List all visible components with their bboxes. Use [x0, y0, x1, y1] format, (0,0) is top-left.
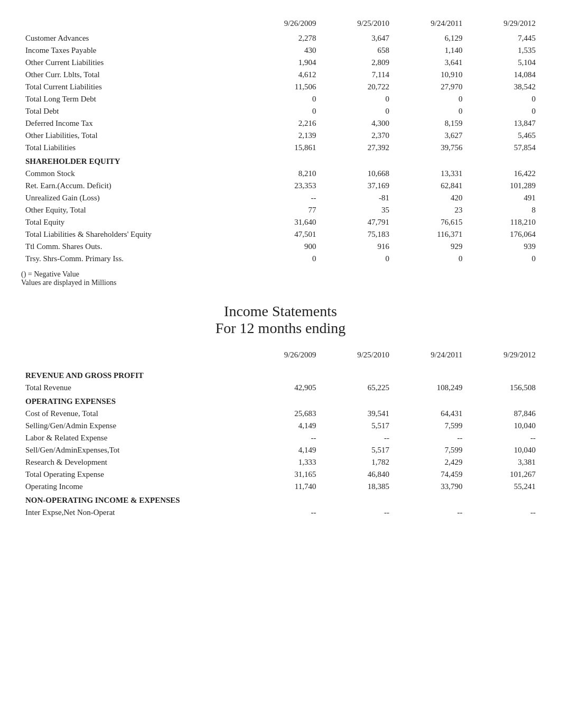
- row-label: Ttl Comm. Shares Outs.: [21, 241, 247, 253]
- row-value: 2,370: [321, 130, 394, 142]
- income-row-value: --: [321, 432, 394, 444]
- income-row-value: 33,790: [394, 481, 466, 493]
- row-value: 101,289: [467, 180, 540, 192]
- income-row-value: 39,541: [321, 408, 394, 420]
- row-value: 13,331: [394, 168, 466, 180]
- row-value: 37,169: [321, 180, 394, 192]
- row-value: 0: [394, 93, 466, 105]
- row-value: 10,910: [394, 69, 466, 81]
- income-row-value: 2,429: [394, 456, 466, 468]
- row-label: Total Current Liabilities: [21, 81, 247, 93]
- row-value: 14,084: [467, 69, 540, 81]
- row-value: 13,847: [467, 117, 540, 130]
- income-row-value: 10,040: [467, 420, 540, 432]
- row-value: 420: [394, 192, 466, 204]
- income-row-value: 5,517: [321, 420, 394, 432]
- row-value: 4,612: [247, 69, 320, 81]
- income-row-value: 108,249: [394, 382, 466, 394]
- income-row-value: 64,431: [394, 408, 466, 420]
- income-row-value: [247, 493, 320, 506]
- row-value: 118,210: [467, 216, 540, 228]
- income-row-value: 74,459: [394, 468, 466, 481]
- row-value: 0: [467, 105, 540, 117]
- income-row-value: --: [247, 432, 320, 444]
- income-row-value: 1,782: [321, 456, 394, 468]
- income-row-value: [394, 493, 466, 506]
- income-row-value: 11,740: [247, 481, 320, 493]
- row-value: [467, 154, 540, 168]
- row-value: 27,970: [394, 81, 466, 93]
- row-value: 23: [394, 204, 466, 216]
- row-value: 76,615: [394, 216, 466, 228]
- row-value: 15,861: [247, 142, 320, 154]
- income-title-line2: For 12 months ending: [21, 320, 540, 337]
- income-row-value: --: [394, 432, 466, 444]
- income-row-label: Cost of Revenue, Total: [21, 408, 247, 420]
- row-value: 3,647: [321, 32, 394, 44]
- row-value: 10,668: [321, 168, 394, 180]
- income-row-value: [394, 394, 466, 408]
- row-label: Customer Advances: [21, 32, 247, 44]
- row-value: 1,535: [467, 44, 540, 57]
- income-row-value: [321, 368, 394, 382]
- row-value: 27,392: [321, 142, 394, 154]
- row-value: 176,064: [467, 228, 540, 241]
- row-value: 8: [467, 204, 540, 216]
- row-value: 5,465: [467, 130, 540, 142]
- row-label: Other Curr. Lblts, Total: [21, 69, 247, 81]
- row-label: Ret. Earn.(Accum. Deficit): [21, 180, 247, 192]
- row-value: 658: [321, 44, 394, 57]
- row-value: 0: [321, 105, 394, 117]
- row-label: Deferred Income Tax: [21, 117, 247, 130]
- income-row-value: [247, 394, 320, 408]
- income-row-value: 4,149: [247, 420, 320, 432]
- income-row-value: 42,905: [247, 382, 320, 394]
- row-value: [394, 154, 466, 168]
- row-value: 7,114: [321, 69, 394, 81]
- income-row-value: [394, 368, 466, 382]
- income-statements-title: Income Statements For 12 months ending: [21, 303, 540, 337]
- row-value: 0: [247, 93, 320, 105]
- income-row-value: --: [467, 506, 540, 519]
- income-row-value: 46,840: [321, 468, 394, 481]
- note-2: Values are displayed in Millions: [21, 279, 540, 287]
- income-row-value: 156,508: [467, 382, 540, 394]
- income-row-label: Total Revenue: [21, 382, 247, 394]
- income-statements-table: 9/26/20099/25/20109/24/20119/29/2012REVE…: [21, 347, 540, 519]
- income-row-value: [467, 394, 540, 408]
- row-label: Total Long Term Debt: [21, 93, 247, 105]
- row-label: Total Debt: [21, 105, 247, 117]
- income-row-label: NON-OPERATING INCOME & EXPENSES: [21, 493, 247, 506]
- income-row-value: 1,333: [247, 456, 320, 468]
- row-label: Other Liabilities, Total: [21, 130, 247, 142]
- row-value: 3,627: [394, 130, 466, 142]
- row-label: Total Liabilities: [21, 142, 247, 154]
- row-value: 47,501: [247, 228, 320, 241]
- income-row-value: [321, 394, 394, 408]
- row-label: Total Equity: [21, 216, 247, 228]
- note-1: () = Negative Value: [21, 270, 540, 279]
- income-row-value: --: [467, 432, 540, 444]
- row-value: 38,542: [467, 81, 540, 93]
- income-row-value: --: [247, 506, 320, 519]
- income-row-value: 10,040: [467, 444, 540, 456]
- income-row-value: 7,599: [394, 420, 466, 432]
- income-row-label: Labor & Related Expense: [21, 432, 247, 444]
- row-value: 7,445: [467, 32, 540, 44]
- row-label: Unrealized Gain (Loss): [21, 192, 247, 204]
- row-value: 39,756: [394, 142, 466, 154]
- row-label: Common Stock: [21, 168, 247, 180]
- row-value: 116,371: [394, 228, 466, 241]
- income-row-value: 4,149: [247, 444, 320, 456]
- row-value: 2,139: [247, 130, 320, 142]
- row-value: 6,129: [394, 32, 466, 44]
- row-value: 31,640: [247, 216, 320, 228]
- income-row-value: --: [394, 506, 466, 519]
- income-row-value: 5,517: [321, 444, 394, 456]
- income-row-label: Total Operating Expense: [21, 468, 247, 481]
- row-value: 35: [321, 204, 394, 216]
- row-value: 0: [467, 253, 540, 265]
- income-row-value: 3,381: [467, 456, 540, 468]
- balance-sheet-table: 9/26/20099/25/20109/24/20119/29/2012Cust…: [21, 16, 540, 265]
- row-value: 0: [247, 253, 320, 265]
